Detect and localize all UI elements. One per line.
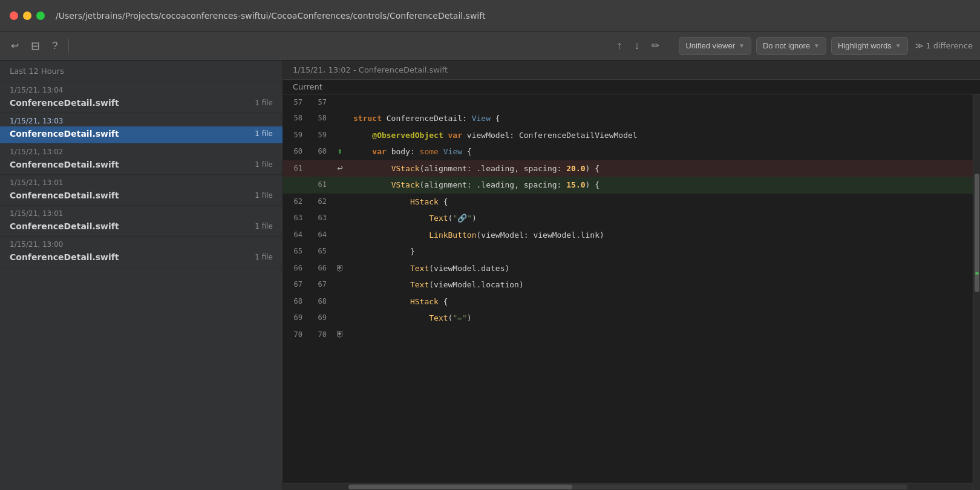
line-row-deleted: 61 ↩ VStack(alignment: .leading, spacing… xyxy=(283,160,973,177)
edit-button[interactable]: ✏ xyxy=(648,38,663,54)
line-num-right: 68 xyxy=(307,293,332,310)
sidebar-file-2[interactable]: ConferenceDetail.swift 1 file xyxy=(0,157,283,174)
highlight-dropdown[interactable]: Highlight words ▼ xyxy=(831,37,908,55)
sidebar-file-4[interactable]: ConferenceDetail.swift 1 file xyxy=(0,219,283,236)
line-num-right: 67 xyxy=(307,276,332,293)
line-gutter xyxy=(332,227,348,244)
sidebar-file-count-5: 1 file xyxy=(255,253,273,261)
h-scrollbar-track xyxy=(348,485,907,489)
line-row-added: 61 VStack(alignment: .leading, spacing: … xyxy=(283,177,973,194)
maximize-button[interactable] xyxy=(36,11,45,20)
line-code: Text(viewModel.dates) xyxy=(348,260,973,277)
line-num-left: 66 xyxy=(283,260,307,277)
line-nums: 64 64 xyxy=(283,227,332,244)
sidebar-file-3[interactable]: ConferenceDetail.swift 1 file xyxy=(0,188,283,205)
sidebar-file-0[interactable]: ConferenceDetail.swift 1 file xyxy=(0,96,283,113)
line-code: VStack(alignment: .leading, spacing: 15.… xyxy=(348,177,973,194)
line-code: HStack { xyxy=(348,293,973,310)
line-num-right: 60 xyxy=(307,143,332,160)
line-gutter: ⬆ xyxy=(332,143,348,160)
diff-label: Current xyxy=(283,80,980,94)
prev-diff-button[interactable]: ↑ xyxy=(613,37,626,54)
line-row: 66 66 ⛨ Text(viewModel.dates) xyxy=(283,260,973,277)
title-bar: /Users/jetbrains/Projects/cocoaconferenc… xyxy=(0,0,980,31)
sidebar-file-name-5: ConferenceDetail.swift xyxy=(10,252,119,262)
traffic-lights xyxy=(10,11,45,20)
line-nums: 66 66 xyxy=(283,260,332,277)
diff-count-chevron: ≫ xyxy=(915,41,924,50)
line-num-right: 61 xyxy=(307,177,332,194)
sidebar-date-2: 1/15/21, 13:02 xyxy=(0,144,283,157)
sidebar-header: Last 12 Hours xyxy=(0,60,283,82)
line-num-left: 62 xyxy=(283,194,307,211)
diff-count-area: ≫ 1 difference xyxy=(915,41,973,50)
sidebar-file-count-1: 1 file xyxy=(255,129,273,138)
sidebar-file-name-3: ConferenceDetail.swift xyxy=(10,191,119,200)
sidebar-file-name-0: ConferenceDetail.swift xyxy=(10,98,119,108)
line-num-right: 69 xyxy=(307,310,332,327)
next-diff-button[interactable]: ↓ xyxy=(630,37,643,54)
ignore-dropdown-label: Do not ignore xyxy=(763,41,810,50)
sidebar-file-count-2: 1 file xyxy=(255,160,273,169)
line-row: 68 68 HStack { xyxy=(283,293,973,310)
line-row: 64 64 LinkButton(viewModel: viewModel.li… xyxy=(283,227,973,244)
back-button[interactable]: ↩ xyxy=(7,38,22,54)
sidebar-file-count-3: 1 file xyxy=(255,191,273,200)
line-num-right: 58 xyxy=(307,110,332,127)
sidebar-file-name-1: ConferenceDetail.swift xyxy=(10,129,119,139)
viewer-dropdown[interactable]: Unified viewer ▼ xyxy=(679,37,751,55)
line-code xyxy=(348,327,973,342)
line-num-left xyxy=(283,177,307,194)
line-num-left: 67 xyxy=(283,276,307,293)
sidebar-file-1[interactable]: ConferenceDetail.swift 1 file xyxy=(0,126,283,143)
line-gutter xyxy=(332,210,348,227)
sidebar-group-2: 1/15/21, 13:02 ConferenceDetail.swift 1 … xyxy=(0,144,283,175)
sidebar-group-3: 1/15/21, 13:01 ConferenceDetail.swift 1 … xyxy=(0,175,283,206)
line-gutter xyxy=(332,110,348,127)
shield-icon: ⛨ xyxy=(336,262,344,275)
line-num-right: 70 xyxy=(307,327,332,342)
line-code: Text(viewModel.location) xyxy=(348,276,973,293)
diff-count-label: 1 difference xyxy=(926,41,973,50)
line-row: 70 70 ⛨ xyxy=(283,327,973,342)
sidebar-file-5[interactable]: ConferenceDetail.swift 1 file xyxy=(0,250,283,267)
sidebar-group-4: 1/15/21, 13:01 ConferenceDetail.swift 1 … xyxy=(0,206,283,237)
diff-viewer: 1/15/21, 13:02 - ConferenceDetail.swift … xyxy=(283,60,980,490)
line-code: Text("🔗") xyxy=(348,210,973,227)
line-num-right: 59 xyxy=(307,127,332,144)
sidebar-group-1: 1/15/21, 13:03 ConferenceDetail.swift 1 … xyxy=(0,113,283,144)
viewer-dropdown-label: Unified viewer xyxy=(685,41,735,50)
save-button[interactable]: ⊟ xyxy=(27,37,44,55)
sidebar-items: 1/15/21, 13:04 ConferenceDetail.swift 1 … xyxy=(0,82,283,490)
revert-icon[interactable]: ↩ xyxy=(337,161,343,175)
line-nums: 57 57 xyxy=(283,94,332,110)
h-scrollbar-thumb xyxy=(348,485,572,489)
line-num-left: 69 xyxy=(283,310,307,327)
horizontal-scrollbar[interactable] xyxy=(283,483,973,490)
diff-content[interactable]: 57 57 58 58 struct ConferenceDetai xyxy=(283,94,973,483)
line-num-right: 66 xyxy=(307,260,332,277)
line-num-right: 62 xyxy=(307,194,332,211)
line-code xyxy=(348,94,973,110)
ignore-dropdown-arrow: ▼ xyxy=(814,42,820,49)
line-code: HStack { xyxy=(348,194,973,211)
minimize-button[interactable] xyxy=(23,11,31,20)
ignore-dropdown[interactable]: Do not ignore ▼ xyxy=(756,37,826,55)
diff-header: 1/15/21, 13:02 - ConferenceDetail.swift xyxy=(283,60,980,80)
line-nums: 63 63 xyxy=(283,210,332,227)
line-nums: 62 62 xyxy=(283,194,332,211)
line-code: Text("✏") xyxy=(348,310,973,327)
help-button[interactable]: ? xyxy=(48,38,61,54)
line-num-right: 57 xyxy=(307,94,332,110)
line-gutter xyxy=(332,177,348,194)
line-row: 60 60 ⬆ var body: some View { xyxy=(283,143,973,160)
diff-main: 57 57 58 58 struct ConferenceDetai xyxy=(283,94,973,490)
line-gutter xyxy=(332,276,348,293)
line-num-left: 57 xyxy=(283,94,307,110)
vertical-scrollbar[interactable] xyxy=(973,94,980,490)
close-button[interactable] xyxy=(10,11,18,20)
line-num-left: 68 xyxy=(283,293,307,310)
line-nums: 59 59 xyxy=(283,127,332,144)
line-nums: 65 65 xyxy=(283,243,332,260)
line-code: } xyxy=(348,243,973,260)
